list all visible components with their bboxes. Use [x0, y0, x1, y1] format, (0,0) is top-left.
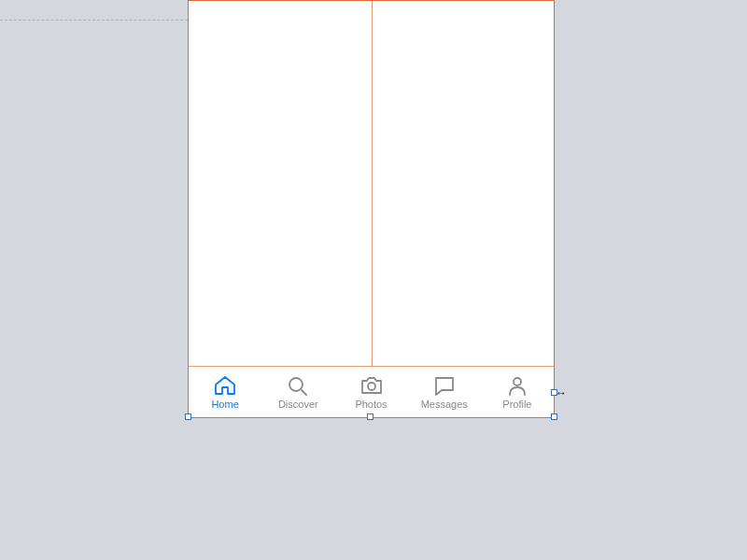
selection-handle-bm[interactable] [367, 413, 374, 420]
svg-point-0 [289, 378, 303, 391]
tab-bar: Home Discover Photos [189, 366, 554, 417]
tab-home[interactable]: Home [189, 367, 261, 417]
tab-label: Messages [421, 399, 468, 410]
search-icon [286, 374, 310, 397]
camera-icon [359, 374, 384, 397]
svg-line-1 [302, 390, 306, 395]
device-artboard[interactable]: Home Discover Photos [188, 0, 555, 418]
tab-label: Profile [502, 399, 531, 410]
tab-messages[interactable]: Messages [408, 367, 481, 417]
tab-profile[interactable]: Profile [481, 367, 554, 417]
svg-point-2 [368, 383, 375, 390]
person-icon [505, 374, 529, 397]
home-icon [213, 374, 237, 397]
tab-label: Photos [355, 399, 387, 410]
message-icon [432, 374, 457, 397]
svg-point-3 [514, 378, 521, 385]
center-divider [372, 1, 373, 366]
tab-label: Discover [278, 399, 318, 410]
tab-label: Home [211, 399, 238, 410]
selection-handle-br[interactable] [551, 413, 557, 420]
resize-cursor-icon: ↔ [556, 387, 564, 399]
tab-discover[interactable]: Discover [261, 367, 334, 417]
selection-handle-bl[interactable] [185, 413, 191, 420]
guide-horizontal [0, 20, 188, 21]
content-area [189, 1, 554, 366]
tab-photos[interactable]: Photos [334, 367, 407, 417]
